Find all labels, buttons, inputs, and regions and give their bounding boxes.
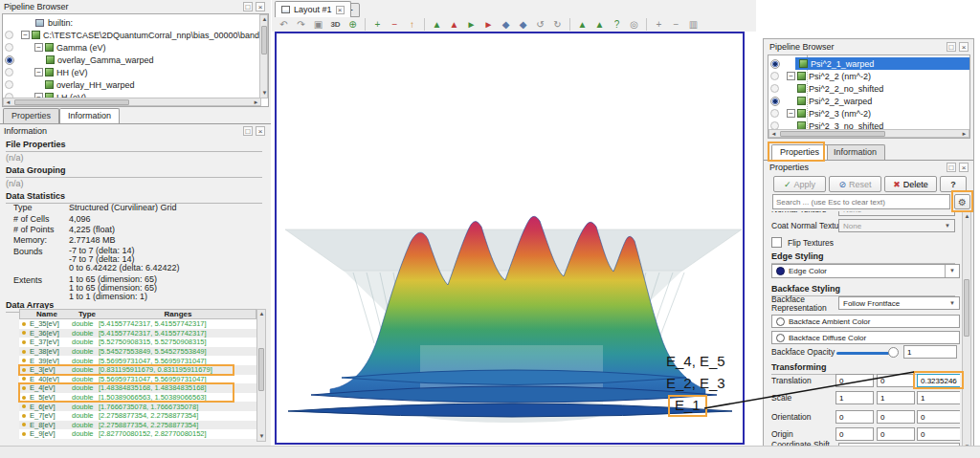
view-minus-y-icon[interactable]: ► <box>481 17 496 32</box>
col-name[interactable]: Name <box>20 310 74 318</box>
scroll-down-icon[interactable]: ▼ <box>260 89 269 98</box>
dock-float-icon[interactable]: □ <box>947 42 956 52</box>
pick-center-icon[interactable]: ↑ <box>405 17 419 32</box>
backface-representation-dropdown[interactable]: Follow Frontface▼ <box>838 296 960 310</box>
scroll-up-icon[interactable]: ▲ <box>257 310 266 318</box>
zoom-to-data-icon[interactable]: ⊕ <box>345 17 360 32</box>
dock-close-icon[interactable]: × <box>959 163 969 172</box>
visibility-icon[interactable] <box>5 31 13 39</box>
visibility-icon[interactable] <box>5 43 13 52</box>
tab-properties-right[interactable]: Properties <box>771 144 828 160</box>
toggle-2d3d-button[interactable]: 3D <box>328 17 343 32</box>
tab-information-left[interactable]: Information <box>59 108 120 123</box>
tree-item-hh[interactable]: − HH (eV) <box>5 66 88 78</box>
scroll-right-icon[interactable]: ► <box>960 130 969 139</box>
tree-item-overlay-hh[interactable]: overlay_HH_warped <box>5 78 135 91</box>
zoom-out-icon[interactable]: − <box>669 17 683 32</box>
interact-mode-icon[interactable]: ◎ <box>627 17 641 32</box>
tree-item-file[interactable]: − C:\TESTCASE\2DQuantumCorral_nnp\bias_0… <box>5 29 269 41</box>
dock-close-icon[interactable]: × <box>959 42 969 52</box>
tab-information-right[interactable]: Information <box>825 144 885 160</box>
tree-vscrollbar[interactable]: ▲ ▼ <box>259 14 268 98</box>
delete-button[interactable]: ✖ Delete <box>884 176 937 192</box>
scale-y-input[interactable] <box>877 391 915 404</box>
select-cells-icon[interactable]: ▲ <box>575 17 590 32</box>
orientation-x-input[interactable] <box>835 410 874 424</box>
dock-close-icon[interactable]: × <box>256 2 265 11</box>
scale-z-input[interactable] <box>917 391 960 404</box>
tree-item-psi23[interactable]: − Psi^2_3 (nm^-2) <box>770 107 871 120</box>
backface-opacity-input[interactable] <box>903 345 957 359</box>
tree-hscrollbar[interactable]: ◄ ► <box>768 129 969 138</box>
tree-item-gamma[interactable]: − Gamma (eV) <box>5 41 106 54</box>
expander-icon[interactable]: − <box>34 68 43 76</box>
backface-opacity-slider[interactable] <box>836 352 896 355</box>
tree-item-builtin[interactable]: builtin: <box>35 16 73 29</box>
visibility-icon[interactable] <box>770 109 779 118</box>
zoom-in-icon[interactable]: + <box>652 17 666 32</box>
col-type[interactable]: Type <box>74 310 100 318</box>
tab-properties-left[interactable]: Properties <box>3 108 59 123</box>
hide-center-axes-icon[interactable]: − <box>388 17 402 32</box>
tree-item-psi22-noshift[interactable]: Psi^2_2_no_shifted <box>770 82 883 95</box>
help-button[interactable]: ? <box>940 176 967 192</box>
dock-float-icon[interactable]: □ <box>243 2 253 11</box>
view-minus-x-icon[interactable]: ▲ <box>447 17 461 32</box>
layout-tab[interactable]: Layout #1 × <box>275 1 351 17</box>
table-header-row[interactable]: Name Type Ranges <box>19 309 256 319</box>
visibility-icon[interactable] <box>770 84 779 93</box>
coat-normal-texture-dropdown[interactable]: None▼ <box>838 219 955 232</box>
backface-ambient-color-button[interactable]: Backface Ambient Color <box>771 315 960 328</box>
camera-redo-icon[interactable]: ↷ <box>294 17 308 32</box>
tree-item-psi22[interactable]: − Psi^2_2 (nm^-2) <box>770 70 871 82</box>
translation-z-input[interactable] <box>917 374 960 387</box>
slider-handle[interactable] <box>888 347 899 358</box>
backface-diffuse-color-button[interactable]: Backface Diffuse Color <box>771 331 960 344</box>
search-input[interactable] <box>772 194 950 209</box>
tree-item-psi21-warped[interactable]: Psi^2_1_warped <box>770 57 969 70</box>
delete-view-icon[interactable]: ▥ <box>686 17 701 32</box>
translation-y-input[interactable] <box>877 374 915 387</box>
expander-icon[interactable]: − <box>787 109 795 118</box>
camera-undo-icon[interactable]: ↶ <box>277 17 291 32</box>
tree-item-psi22-warped[interactable]: Psi^2_2_warped <box>770 95 872 107</box>
visibility-icon[interactable] <box>5 55 14 65</box>
expander-icon[interactable]: − <box>21 31 30 39</box>
origin-y-input[interactable] <box>877 427 915 441</box>
expander-icon[interactable]: − <box>787 72 795 80</box>
origin-x-input[interactable] <box>835 427 874 441</box>
view-plus-y-icon[interactable]: ► <box>464 17 479 32</box>
tree-item-overlay-gamma[interactable]: overlay_Gamma_warped <box>5 54 154 66</box>
scroll-left-icon[interactable]: ◄ <box>769 130 778 139</box>
expander-icon[interactable]: − <box>34 43 43 52</box>
select-points-icon[interactable]: ▲ <box>592 17 607 32</box>
visibility-icon[interactable] <box>770 59 780 69</box>
col-ranges[interactable]: Ranges <box>100 310 256 318</box>
view-minus-z-icon[interactable]: ◆ <box>516 17 530 32</box>
apply-button[interactable]: ✓ Apply <box>773 176 826 192</box>
tree-hscrollbar[interactable]: ◄ ► <box>3 98 261 106</box>
settings-gear-button[interactable]: ⚙ <box>954 194 970 209</box>
view-plus-z-icon[interactable]: ◆ <box>499 17 513 32</box>
orientation-z-input[interactable] <box>917 410 960 424</box>
visibility-icon[interactable] <box>770 72 779 80</box>
rotate-cw-icon[interactable]: ↻ <box>550 17 565 32</box>
scale-x-input[interactable] <box>835 391 874 404</box>
view-plus-x-icon[interactable]: ▲ <box>430 17 444 32</box>
dock-float-icon[interactable]: □ <box>243 126 253 136</box>
dock-close-icon[interactable]: × <box>256 126 265 136</box>
scroll-left-icon[interactable]: ◄ <box>4 98 12 107</box>
rotate-ccw-icon[interactable]: ↺ <box>533 17 547 32</box>
visibility-icon[interactable] <box>770 97 780 106</box>
translation-x-input[interactable] <box>835 374 874 387</box>
visibility-icon[interactable] <box>5 68 13 76</box>
reset-button[interactable]: ⊘ Reset <box>829 176 881 192</box>
scroll-up-icon[interactable]: ▲ <box>260 15 269 24</box>
capture-screenshot-icon[interactable]: ▣ <box>311 17 325 32</box>
scroll-down-icon[interactable]: ▼ <box>257 432 266 441</box>
select-query-icon[interactable]: ? <box>610 17 624 32</box>
edge-color-combo[interactable]: Edge Color ▼ <box>771 264 960 278</box>
flip-textures-checkbox[interactable] <box>771 237 782 248</box>
show-center-axes-icon[interactable]: + <box>370 17 385 32</box>
table-vscrollbar[interactable]: ▲ ▼ <box>256 309 266 442</box>
